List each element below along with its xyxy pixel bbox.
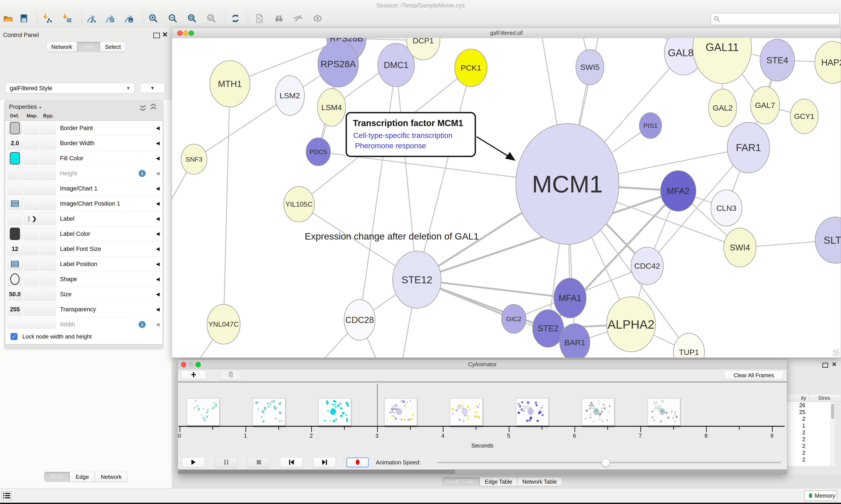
- search-field[interactable]: [711, 13, 840, 25]
- style-selector[interactable]: galFiltered Style ▼: [5, 83, 135, 93]
- property-row-border-paint[interactable]: Border Paint◀: [5, 121, 163, 136]
- frame-thumbnail-7[interactable]: [648, 398, 680, 427]
- default-value-swatch[interactable]: [10, 228, 20, 240]
- collapse-all-icon[interactable]: ❯❯: [140, 104, 146, 110]
- expand-property-icon[interactable]: ◀: [156, 307, 160, 312]
- export-table-button[interactable]: [104, 13, 115, 24]
- resize-grip[interactable]: [833, 350, 839, 356]
- annotation-link[interactable]: Pheromone response: [355, 141, 426, 150]
- refresh-layout-button[interactable]: [230, 13, 241, 24]
- search-input[interactable]: [722, 15, 839, 24]
- expand-property-icon[interactable]: ◀: [156, 201, 160, 206]
- search-binoculars-button[interactable]: [273, 13, 285, 24]
- expand-property-icon[interactable]: ◀: [156, 231, 160, 237]
- frame-thumbnail-2[interactable]: [319, 398, 351, 427]
- animation-speed-slider[interactable]: [437, 462, 781, 463]
- import-table-button[interactable]: [61, 13, 73, 24]
- save-session-button[interactable]: [18, 13, 30, 24]
- dock-tab-edge-table[interactable]: Edge Table: [480, 477, 517, 486]
- position-icon[interactable]: [11, 200, 19, 207]
- dock-tab-node-table[interactable]: Node Table: [442, 477, 480, 486]
- import-network-button[interactable]: [42, 13, 53, 24]
- frame-thumbnail-5[interactable]: [516, 398, 549, 427]
- add-frame-button[interactable]: [181, 371, 206, 380]
- property-row-transparency[interactable]: 255Transparency◀: [5, 302, 163, 317]
- default-value[interactable]: 50.0: [9, 291, 21, 298]
- table-row[interactable]: 2: [787, 416, 830, 422]
- zoom-window-button[interactable]: [195, 362, 201, 367]
- lock-checkbox[interactable]: ✓: [11, 333, 18, 340]
- property-row-label-color[interactable]: Label Color◀: [5, 227, 163, 241]
- expand-property-icon[interactable]: ◀: [156, 291, 160, 297]
- table-column-header[interactable]: ity: [787, 394, 809, 402]
- zoom-out-button[interactable]: [167, 13, 179, 24]
- float-window-icon[interactable]: [153, 33, 160, 38]
- property-row-fill-color[interactable]: Fill Color◀: [5, 151, 163, 166]
- property-row-image-chart-1[interactable]: Image/Chart 1◀: [5, 181, 163, 196]
- property-row-size[interactable]: 50.0Size◀: [5, 287, 163, 302]
- default-value-swatch[interactable]: [10, 122, 20, 134]
- table-row[interactable]: 25: [787, 409, 830, 416]
- expand-property-icon[interactable]: ◀: [156, 156, 160, 161]
- default-value[interactable]: 2.0: [11, 140, 19, 147]
- timeline-horizontal-scrollbar[interactable]: [178, 469, 787, 474]
- stop-button[interactable]: [248, 457, 270, 467]
- network-document-button[interactable]: [254, 13, 265, 24]
- expand-property-icon[interactable]: ◀: [156, 322, 160, 327]
- default-value-swatch[interactable]: [10, 152, 20, 164]
- expand-property-icon[interactable]: ◀: [156, 246, 160, 252]
- record-button[interactable]: [346, 457, 369, 467]
- table-column-header[interactable]: Stres: [809, 394, 841, 402]
- table-vertical-scrollbar[interactable]: [831, 402, 835, 466]
- network-canvas[interactable]: RPS28BRPS28ADMC1DCP1PCK1MTH1LSM2LSM4SNF3…: [172, 38, 841, 358]
- close-icon[interactable]: ✕: [162, 31, 168, 39]
- zoom-selected-button[interactable]: [205, 13, 217, 24]
- zoom-fit-button[interactable]: [186, 13, 198, 24]
- panel-tab-network[interactable]: Network: [95, 472, 127, 482]
- expand-property-icon[interactable]: ◀: [156, 216, 160, 221]
- table-row[interactable]: 26: [787, 402, 830, 409]
- expand-property-icon[interactable]: ◀: [156, 140, 160, 146]
- timeline-playhead[interactable]: [377, 384, 378, 426]
- position-icon[interactable]: [11, 261, 19, 267]
- panel-tab-edge[interactable]: Edge: [70, 472, 95, 482]
- dock-tab-network-table[interactable]: Network Table: [517, 477, 562, 486]
- close-window-button[interactable]: [177, 31, 183, 36]
- property-row-shape[interactable]: Shape◀: [5, 272, 163, 287]
- panel-tab-node[interactable]: Node: [44, 472, 70, 482]
- annotation-link[interactable]: Cell-type-specific transcription: [353, 131, 452, 140]
- tab-select[interactable]: Select: [100, 42, 126, 52]
- table-row[interactable]: 2: [787, 443, 830, 449]
- default-value[interactable]: 255: [10, 306, 20, 313]
- show-panels-button[interactable]: [1, 491, 12, 500]
- expand-property-icon[interactable]: ◀: [156, 186, 160, 191]
- expand-property-icon[interactable]: ◀: [156, 170, 160, 176]
- annotation-callout[interactable]: Transcription factor MCM1Cell-type-speci…: [346, 113, 516, 161]
- ellipse-shape-icon[interactable]: [10, 273, 19, 285]
- property-row-label[interactable]: ⋮❯Label◀: [5, 211, 163, 227]
- expand-property-icon[interactable]: ◀: [156, 276, 160, 282]
- table-row[interactable]: 1: [787, 422, 830, 429]
- table-row[interactable]: 2: [787, 429, 830, 436]
- export-image-button[interactable]: [123, 13, 135, 24]
- export-network-button[interactable]: [85, 13, 97, 24]
- table-row[interactable]: 2: [787, 436, 830, 443]
- close-icon[interactable]: ✕: [832, 361, 837, 368]
- property-row-height[interactable]: Heighti◀: [5, 166, 163, 181]
- frame-thumbnail-4[interactable]: [450, 398, 483, 427]
- frame-thumbnail-6[interactable]: [582, 398, 614, 427]
- memory-status-button[interactable]: Memory: [804, 490, 837, 501]
- expand-all-icon[interactable]: ❯❯: [150, 104, 156, 110]
- slider-handle[interactable]: [602, 458, 610, 467]
- open-session-button[interactable]: [2, 13, 14, 24]
- tab-style[interactable]: Style: [77, 42, 100, 52]
- property-row-border-width[interactable]: 2.0Border Width◀: [5, 136, 163, 151]
- frame-thumbnail-0[interactable]: [187, 398, 219, 427]
- zoom-window-button[interactable]: [189, 31, 194, 36]
- play-button[interactable]: [182, 457, 204, 467]
- default-value[interactable]: 12: [12, 246, 18, 252]
- frame-thumbnail-3[interactable]: [384, 398, 417, 427]
- property-row-label-position[interactable]: Label Position◀: [5, 257, 163, 272]
- property-row-image-chart-position-1[interactable]: Image/Chart Position 1◀: [5, 196, 163, 211]
- hide-details-button[interactable]: [292, 13, 304, 24]
